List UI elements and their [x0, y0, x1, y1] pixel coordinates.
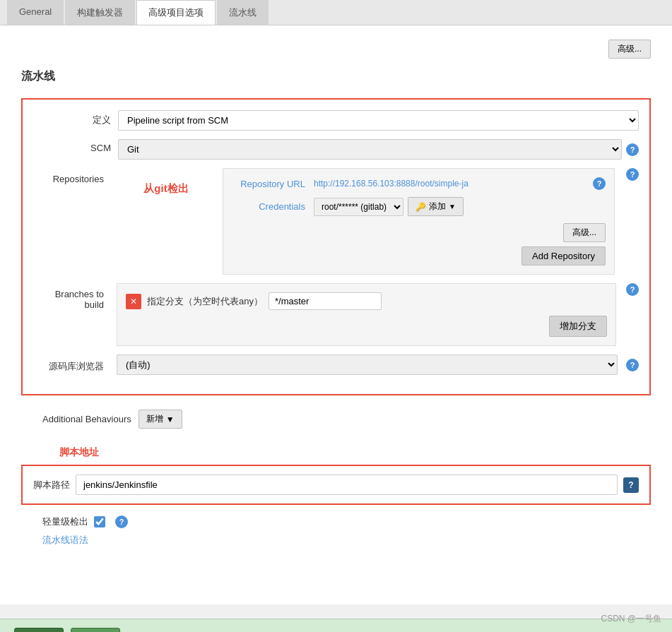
branch-hint-text: 指定分支（为空时代表any） [147, 295, 263, 308]
credentials-label: Credentials [232, 201, 310, 212]
repositories-label: Repositories [47, 168, 111, 184]
source-browser-wrapper: 源码库浏览器 (自动) ? [33, 354, 639, 375]
repo-advanced-button[interactable]: 高级... [563, 223, 606, 242]
scm-control: Git ? [118, 139, 639, 160]
branches-content: ✕ 指定分支（为空时代表any） 增加分支 [117, 283, 616, 346]
script-path-help-icon[interactable]: ? [623, 477, 639, 493]
definition-select[interactable]: Pipeline script from SCM [118, 110, 639, 131]
dropdown-arrow-icon: ▼ [449, 203, 456, 210]
source-browser-label: 源码库浏览器 [47, 354, 111, 373]
source-browser-select[interactable]: (自动) [117, 354, 618, 375]
script-section: 脚本路径 ? [21, 465, 651, 505]
definition-control: Pipeline script from SCM [118, 110, 639, 131]
branch-input[interactable] [269, 292, 382, 310]
script-path-input[interactable] [76, 475, 618, 495]
pipeline-section-title: 流水线 [21, 69, 651, 88]
lightweight-checkbox[interactable] [94, 516, 105, 527]
add-repository-button[interactable]: Add Repository [521, 246, 606, 266]
watermark: CSDN @一号鱼 [601, 613, 661, 625]
tab-general[interactable]: General [7, 0, 64, 25]
tab-advanced-options[interactable]: 高级项目选项 [136, 0, 216, 25]
repo-url-help-icon[interactable]: ? [593, 177, 606, 190]
git-checkout-area: 从git检出 [117, 168, 216, 210]
new-add-arrow-icon: ▼ [166, 415, 175, 424]
repo-url-row: Repository URL http://192.168.56.103:888… [232, 177, 606, 190]
lightweight-help-icon[interactable]: ? [115, 515, 128, 528]
advanced-btn-row: 高级... [21, 40, 651, 59]
additional-behaviours-label: Additional Behaviours [42, 414, 131, 424]
advanced-button[interactable]: 高级... [608, 40, 651, 59]
branches-wrapper: Branches to build ✕ 指定分支（为空时代表any） 增加分支 … [33, 283, 639, 346]
credentials-select[interactable]: root/****** (gitlab) [314, 198, 403, 216]
pipeline-syntax-link[interactable]: 流水线语法 [21, 535, 88, 545]
repositories-help-icon[interactable]: ? [626, 168, 639, 181]
pipeline-section: 定义 Pipeline script from SCM SCM Git ? [21, 98, 651, 395]
source-browser-control: (自动) ? [117, 354, 639, 375]
save-button[interactable]: 保存 [14, 628, 64, 632]
repo-url-label: Repository URL [232, 179, 310, 189]
repositories-wrapper: Repositories 从git检出 Repository URL http:… [33, 168, 639, 275]
footer-bar: 保存 应用 [0, 619, 672, 632]
scm-with-help: Git ? [118, 139, 639, 160]
branches-label: Branches to build [47, 283, 111, 310]
new-add-button[interactable]: 新增 ▼ [138, 410, 182, 429]
repo-buttons-row: 高级... [232, 223, 606, 242]
script-title-row: 脚本地址 [21, 443, 651, 459]
script-path-label: 脚本路径 [33, 479, 70, 491]
tab-build-triggers[interactable]: 构建触发器 [65, 0, 135, 25]
lightweight-label: 轻量级检出 [42, 515, 88, 528]
tabs-bar: General 构建触发器 高级项目选项 流水线 [0, 0, 672, 25]
add-credentials-button[interactable]: 🔑 添加 ▼ [408, 197, 464, 216]
git-checkout-text: 从git检出 [136, 168, 195, 210]
scm-select[interactable]: Git [118, 139, 622, 160]
additional-behaviours-row: Additional Behaviours 新增 ▼ [21, 410, 651, 429]
main-content: 高级... 流水线 定义 Pipeline script from SCM SC… [0, 25, 672, 604]
repositories-content: 从git检出 Repository URL http://192.168.56.… [117, 168, 639, 275]
scm-row: SCM Git ? [33, 139, 639, 160]
apply-button[interactable]: 应用 [71, 628, 120, 632]
new-add-label: 新增 [146, 413, 163, 425]
branch-row: ✕ 指定分支（为空时代表any） [126, 292, 607, 310]
add-branch-button[interactable]: 增加分支 [549, 316, 607, 337]
definition-row: 定义 Pipeline script from SCM [33, 110, 639, 131]
repo-details-box: Repository URL http://192.168.56.103:888… [223, 168, 615, 275]
add-cred-label: 添加 [429, 201, 446, 213]
add-repo-row: Add Repository [232, 246, 606, 266]
lightweight-row: 轻量级检出 ? [21, 515, 651, 528]
script-inner-row: 脚本路径 ? [33, 475, 639, 495]
scm-help-icon[interactable]: ? [626, 143, 639, 156]
add-branch-row: 增加分支 [126, 316, 607, 337]
scm-label: SCM [33, 139, 118, 153]
branches-help-icon[interactable]: ? [626, 283, 639, 296]
repo-url-value: http://192.168.56.103:8888/root/simple-j… [314, 179, 584, 189]
tab-pipeline[interactable]: 流水线 [217, 0, 269, 25]
definition-label: 定义 [33, 110, 118, 126]
source-browser-help-icon[interactable]: ? [626, 359, 639, 371]
branches-box: ✕ 指定分支（为空时代表any） 增加分支 [117, 283, 616, 346]
key-icon: 🔑 [415, 202, 426, 212]
script-section-title: 脚本地址 [21, 443, 106, 459]
remove-branch-button[interactable]: ✕ [126, 294, 141, 309]
credentials-row: Credentials root/****** (gitlab) 🔑 添加 ▼ [232, 197, 606, 216]
